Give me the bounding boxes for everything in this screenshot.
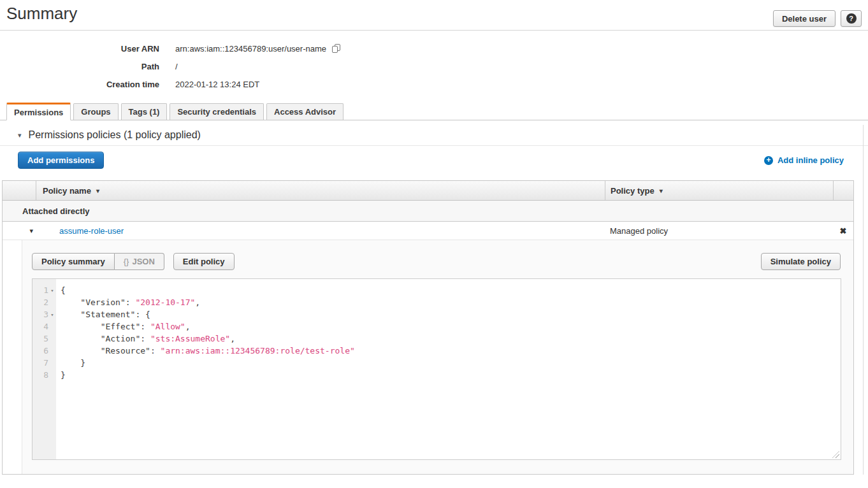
tab-security-credentials[interactable]: Security credentials <box>170 103 264 120</box>
gutter-line-number: 2 <box>33 296 56 308</box>
gutter-line-number: 4 <box>33 320 56 333</box>
user-arn-value: arn:aws:iam::123456789:user/user-name <box>175 44 326 54</box>
gutter-line-number[interactable]: 1▾ <box>33 284 56 296</box>
detail-row-creation-time: Creation time 2022-01-12 13:24 EDT <box>0 75 341 93</box>
actions-column-header <box>833 181 853 200</box>
content-right-edge <box>863 125 864 475</box>
policy-summary-button[interactable]: Policy summary <box>32 253 115 270</box>
sort-caret-icon: ▾ <box>660 187 663 194</box>
header-divider <box>0 30 868 31</box>
page-title: Summary <box>6 4 77 24</box>
detail-row-path: Path / <box>0 57 341 75</box>
question-mark-icon: ? <box>846 13 857 24</box>
delete-user-button[interactable]: Delete user <box>773 10 835 27</box>
policy-name-link[interactable]: assume-role-user <box>59 226 124 236</box>
code-line: } <box>61 369 841 381</box>
detail-label: User ARN <box>0 44 159 54</box>
policy-row: ▾ assume-role-user Managed policy ✖ <box>3 222 853 240</box>
policy-view-toggle: Policy summary {} JSON Edit policy <box>32 253 235 270</box>
group-row-attached-directly: Attached directly <box>3 201 853 222</box>
gutter-line-number: 5 <box>33 333 56 345</box>
edit-policy-button[interactable]: Edit policy <box>173 253 235 270</box>
row-expander-icon[interactable]: ▾ <box>3 227 36 235</box>
json-view-button[interactable]: {} JSON <box>115 253 164 270</box>
tab-groups[interactable]: Groups <box>73 103 118 120</box>
user-details: User ARN arn:aws:iam::123456789:user/use… <box>0 39 341 93</box>
json-code-editor[interactable]: 1▾23▾45678 { "Version": "2012-10-17", "S… <box>32 278 841 460</box>
tab-bar: Permissions Groups Tags (1) Security cre… <box>0 103 868 120</box>
add-permissions-button[interactable]: Add permissions <box>18 152 104 169</box>
iam-user-summary-page: Summary Delete user ? User ARN arn:aws:i… <box>0 0 868 488</box>
path-value: / <box>175 62 178 71</box>
add-inline-policy-link[interactable]: + Add inline policy <box>764 155 844 165</box>
tab-permissions[interactable]: Permissions <box>6 103 71 120</box>
gutter-line-number: 8 <box>33 369 56 381</box>
gutter-line-number[interactable]: 3▾ <box>33 308 56 320</box>
code-line: "Version": "2012-10-17", <box>61 296 841 308</box>
tab-access-advisor[interactable]: Access Advisor <box>266 103 344 120</box>
expander-column-header <box>3 181 36 200</box>
help-button[interactable]: ? <box>841 10 862 27</box>
braces-icon: {} <box>124 257 129 266</box>
copy-icon[interactable] <box>332 44 341 54</box>
creation-time-value: 2022-01-12 13:24 EDT <box>175 80 259 89</box>
fold-caret-icon[interactable]: ▾ <box>48 312 56 318</box>
code-line: { <box>61 284 841 296</box>
code-line: "Effect": "Allow", <box>61 320 841 333</box>
policy-table: Policy name ▾ Policy type ▾ Attached dir… <box>2 180 854 475</box>
permissions-policies-section-header[interactable]: ▾ Permissions policies (1 policy applied… <box>18 129 201 141</box>
policy-type-cell: Managed policy <box>605 226 833 236</box>
detail-label: Creation time <box>0 80 159 89</box>
section-divider <box>0 145 868 146</box>
fold-caret-icon[interactable]: ▾ <box>48 287 56 294</box>
editor-code[interactable]: { "Version": "2012-10-17", "Statement": … <box>56 279 841 459</box>
policy-type-column-header[interactable]: Policy type ▾ <box>605 181 833 200</box>
gutter-line-number: 7 <box>33 357 56 369</box>
code-line: "Statement": { <box>61 308 841 320</box>
simulate-policy-button[interactable]: Simulate policy <box>761 253 841 270</box>
section-heading: Permissions policies (1 policy applied) <box>29 129 201 141</box>
tab-tags[interactable]: Tags (1) <box>121 103 168 120</box>
detail-row-user-arn: User ARN arn:aws:iam::123456789:user/use… <box>0 39 341 57</box>
editor-gutter: 1▾23▾45678 <box>33 279 56 459</box>
policy-detail-panel: Policy summary {} JSON Edit policy Simul… <box>22 240 853 474</box>
code-line: } <box>61 357 841 369</box>
remove-policy-icon[interactable]: ✖ <box>840 226 847 236</box>
code-line: "Resource": "arn:aws:iam::123456789:role… <box>61 345 841 357</box>
sort-caret-icon: ▾ <box>96 187 99 194</box>
detail-label: Path <box>0 62 159 71</box>
table-header-row: Policy name ▾ Policy type ▾ <box>3 180 853 201</box>
plus-circle-icon: + <box>764 156 773 165</box>
header-actions: Delete user ? <box>773 10 862 27</box>
collapse-caret-icon: ▾ <box>18 131 22 140</box>
policy-name-column-header[interactable]: Policy name ▾ <box>36 181 605 200</box>
gutter-line-number: 6 <box>33 345 56 357</box>
code-line: "Action": "sts:AssumeRole", <box>61 333 841 345</box>
